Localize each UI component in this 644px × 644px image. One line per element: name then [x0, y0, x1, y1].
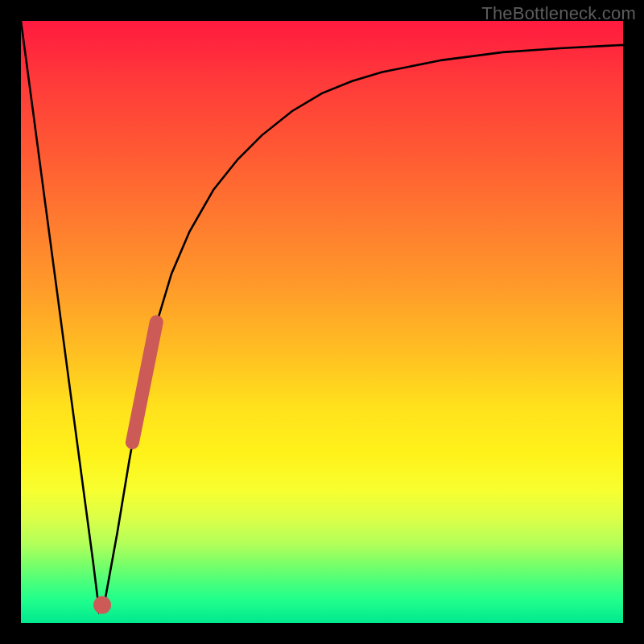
bottleneck-curve	[21, 21, 623, 611]
near-minimum-dot	[93, 597, 111, 614]
chart-frame: TheBottleneck.com	[0, 0, 644, 644]
highlight-segment	[132, 322, 156, 443]
curve-overlay	[21, 21, 623, 623]
plot-area	[21, 21, 623, 623]
